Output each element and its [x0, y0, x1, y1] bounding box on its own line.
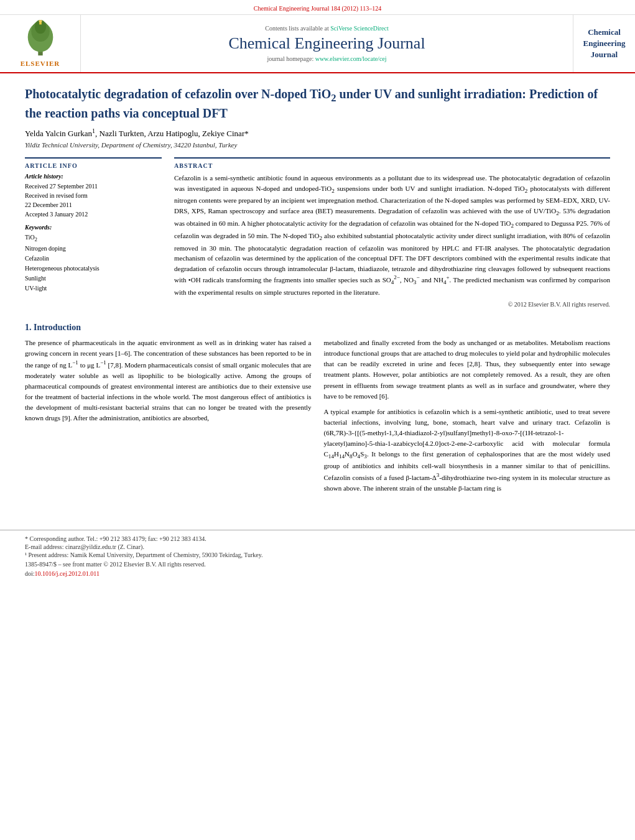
homepage-prefix: journal homepage: [267, 55, 313, 62]
intro-heading: Introduction [34, 323, 81, 332]
journal-main-title: Chemical Engineering Journal [228, 34, 425, 53]
abstract-column: ABSTRACT Cefazolin is a semi-synthetic a… [174, 157, 610, 308]
elsevier-tree-icon [16, 20, 65, 57]
page-footer: * Corresponding author. Tel.: +90 212 38… [0, 530, 635, 577]
copyright-line: © 2012 Elsevier B.V. All rights reserved… [174, 301, 610, 308]
homepage-link[interactable]: www.elsevier.com/locate/cej [315, 55, 387, 62]
keyword-heterogeneous: Heterogeneous photocatalysis [25, 264, 162, 274]
elsevier-label: ELSEVIER [21, 60, 60, 67]
keywords-label: Keywords: [25, 224, 162, 231]
journal-ref: Chemical Engineering Journal 184 (2012) … [0, 5, 635, 12]
journal-header: Chemical Engineering Journal 184 (2012) … [0, 0, 635, 73]
intro-left-para: The presence of pharmaceuticals in the a… [25, 338, 312, 423]
introduction-section: 1. Introduction The presence of pharmace… [25, 323, 610, 499]
footnote1: ¹ Present address: Namik Kemal Universit… [25, 552, 610, 558]
keyword-nitrogen-doping: Nitrogen doping [25, 244, 162, 254]
intro-right-para1: metabolized and finally excreted from th… [324, 338, 611, 401]
article-body: Photocatalytic degradation of cefazolin … [0, 73, 635, 511]
history-revised-date: 22 December 2011 [25, 200, 162, 210]
authors: Yelda Yalcin Gurkan1, Nazli Turkten, Arz… [25, 127, 610, 139]
history-received: Received 27 September 2011 [25, 182, 162, 191]
sciverse-link[interactable]: SciVerse ScienceDirect [330, 25, 389, 32]
intro-left-col: The presence of pharmaceuticals in the a… [25, 338, 312, 499]
keyword-tio2: TiO2 [25, 233, 162, 244]
issn-line: 1385-8947/$ – see front matter © 2012 El… [25, 560, 610, 569]
article-info-column: ARTICLE INFO Article history: Received 2… [25, 157, 162, 308]
article-info-abstract: ARTICLE INFO Article history: Received 2… [25, 157, 610, 308]
history-revised-label: Received in revised form [25, 191, 162, 200]
doi-line: doi:10.1016/j.cej.2012.01.011 [25, 570, 610, 577]
keyword-uv-light: UV-light [25, 284, 162, 293]
keyword-cefazolin: Cefazolin [25, 254, 162, 264]
article-info-heading: ARTICLE INFO [25, 162, 162, 169]
sciverse-line: Contents lists available at SciVerse Sci… [265, 25, 389, 32]
journal-title-area: Contents lists available at SciVerse Sci… [81, 15, 573, 72]
sciverse-prefix: Contents lists available at [265, 25, 328, 32]
intro-right-col: metabolized and finally excreted from th… [324, 338, 611, 499]
doi-link[interactable]: 10.1016/j.cej.2012.01.011 [35, 570, 100, 577]
intro-number: 1. [25, 323, 34, 332]
journal-homepage-line: journal homepage: www.elsevier.com/locat… [267, 55, 386, 62]
abstract-text: Cefazolin is a semi-synthetic antibiotic… [174, 173, 610, 297]
email-footnote: E-mail address: cinarz@yildiz.edu.tr (Z.… [25, 543, 610, 550]
abstract-heading: ABSTRACT [174, 162, 610, 169]
intro-title: 1. Introduction [25, 323, 610, 333]
history-accepted: Accepted 3 January 2012 [25, 210, 162, 219]
header-content: ELSEVIER Contents lists available at Sci… [0, 14, 635, 72]
intro-body: The presence of pharmaceuticals in the a… [25, 338, 610, 499]
journal-badge: ChemicalEngineeringJournal [573, 15, 635, 72]
article-title: Photocatalytic degradation of cefazolin … [25, 86, 610, 121]
intro-right-para2: A typical example for antibiotics is cef… [324, 407, 611, 494]
corresponding-footnote: * Corresponding author. Tel.: +90 212 38… [25, 535, 610, 542]
keyword-sunlight: Sunlight [25, 274, 162, 284]
affiliation: Yildiz Technical University, Department … [25, 141, 610, 149]
elsevier-logo-area: ELSEVIER [0, 15, 81, 72]
article-history-label: Article history: [25, 173, 162, 180]
svg-point-5 [39, 20, 42, 22]
